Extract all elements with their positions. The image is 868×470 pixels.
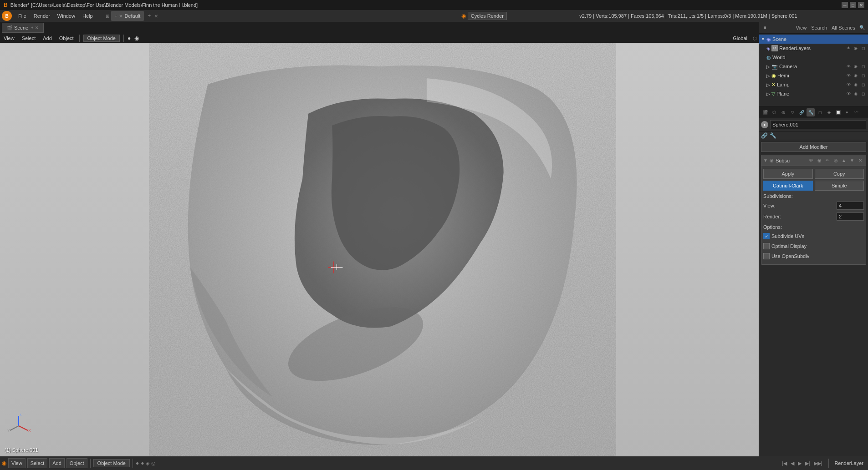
bottom-engine-icon[interactable]: ◉ [2, 460, 6, 466]
outliner-item-renderlayers[interactable]: ◈ R RenderLayers 👁 ◉ ◻ [765, 44, 868, 53]
outliner-view-btn[interactable]: ≡ [761, 24, 769, 32]
renderlayers-eye-icon[interactable]: 👁 [845, 45, 852, 51]
plane-expand-icon: ▷ [766, 91, 770, 96]
camera-eye-icon[interactable]: 👁 [845, 63, 852, 70]
outliner-item-camera[interactable]: ▷ 📷 Camera 👁 ◉ ◻ [765, 62, 868, 71]
subdivide-uvs-checkbox[interactable]: ✓ [763, 233, 770, 239]
object-icon: ● [761, 121, 768, 128]
bottom-mode-select[interactable]: Object Mode [93, 459, 130, 467]
prop-tab-constraints[interactable]: 🔗 [797, 108, 806, 116]
add-modifier-button[interactable]: Add Modifier [761, 142, 866, 152]
modifier-cage-icon[interactable]: ◎ [832, 157, 839, 164]
maximize-button[interactable]: □ [850, 2, 856, 8]
hemi-select-icon[interactable]: ◻ [860, 72, 866, 79]
modifier-copy-button[interactable]: Copy [815, 169, 864, 179]
lamp-eye-icon[interactable]: 👁 [845, 81, 852, 88]
bottom-timeline-prev-icon[interactable]: ◀ [791, 460, 794, 466]
plane-render-icon[interactable]: ◉ [853, 91, 859, 97]
scene-tab-add[interactable]: + [31, 25, 33, 30]
menu-file[interactable]: File [15, 11, 30, 21]
bottom-select-btn[interactable]: Select [27, 458, 48, 468]
modifier-simple-button[interactable]: Simple [815, 181, 864, 191]
default-tab[interactable]: + ✕ Default [111, 11, 144, 21]
prop-tab-render[interactable]: 🎬 [761, 108, 769, 116]
prop-tab-physics[interactable]: 〰 [852, 108, 860, 116]
object-name-input[interactable]: Sphere.001 [770, 120, 866, 129]
prop-tab-material[interactable]: ◈ [825, 108, 833, 116]
bottom-object-btn[interactable]: Object [66, 458, 87, 468]
viewport-menu-select[interactable]: Select [20, 35, 38, 41]
menu-help[interactable]: Help [79, 11, 97, 21]
scene-tab-close[interactable]: ✕ [35, 25, 39, 30]
camera-render-icon[interactable]: ◉ [853, 63, 859, 70]
modifier-close-icon[interactable]: ✕ [857, 157, 864, 164]
lamp-select-icon[interactable]: ◻ [860, 81, 866, 88]
menu-render[interactable]: Render [30, 11, 54, 21]
prop-tab-object[interactable]: ▽ [788, 108, 797, 116]
viewport-more-icon: ⬡ [753, 36, 757, 41]
menubar: B File Render Window Help ⊞ + ✕ Default … [0, 10, 868, 22]
outliner-search-btn[interactable]: 🔍 [858, 24, 866, 32]
viewport-3d[interactable]: Z X Y (1) Sphere.001 [0, 43, 759, 456]
viewport-menu-add[interactable]: Add [41, 35, 54, 41]
prop-tab-modifiers[interactable]: 🔧 [807, 108, 815, 116]
modifier-viewport-icon[interactable]: 👁 [807, 157, 815, 164]
modifier-expand-icon[interactable]: ▼ [763, 158, 768, 163]
object-mode-select[interactable]: Object Mode [83, 35, 120, 42]
modifier-edit-icon[interactable]: ✏ [824, 157, 831, 164]
outliner-search-label[interactable]: Search [809, 25, 829, 30]
outliner-view-label[interactable]: View [794, 25, 809, 30]
renderlayers-render-icon[interactable]: ◉ [853, 45, 859, 51]
bottom-timeline-next-icon[interactable]: ▶| [805, 460, 810, 466]
modifier-visible-icon[interactable]: ◉ [770, 158, 774, 163]
outliner-item-hemi[interactable]: ▷ ◉ Hemi 👁 ◉ ◻ [765, 71, 868, 80]
bottom-timeline-end-icon[interactable]: ▶▶| [814, 460, 822, 466]
prop-tab-scene[interactable]: ⬡ [770, 108, 778, 116]
bottom-timeline-start-icon[interactable]: |◀ [782, 460, 787, 466]
remove-layout-btn[interactable]: ✕ [154, 14, 158, 19]
bottom-overlay-icon[interactable]: ◎ [151, 460, 156, 466]
viewport-menu-view[interactable]: View [2, 35, 16, 41]
bottom-add-btn[interactable]: Add [49, 458, 65, 468]
opensubdiv-checkbox[interactable] [763, 253, 770, 259]
modifier-up-icon[interactable]: ▲ [840, 157, 848, 164]
outliner-item-scene[interactable]: ▼ ◉ Scene [759, 35, 868, 44]
modifier-render-value[interactable] [837, 212, 864, 221]
viewport-separator-1 [79, 35, 80, 42]
renderlayers-select-icon[interactable]: ◻ [860, 45, 866, 51]
modifier-catmull-clark-button[interactable]: Catmull-Clark [763, 181, 813, 191]
minimize-button[interactable]: ─ [842, 2, 848, 8]
prop-tab-particles[interactable]: ✦ [843, 108, 851, 116]
prop-tab-texture[interactable]: 🔲 [834, 108, 842, 116]
lamp-render-icon[interactable]: ◉ [853, 81, 859, 88]
camera-select-icon[interactable]: ◻ [860, 63, 866, 70]
modifier-view-value[interactable] [837, 202, 864, 210]
outliner-all-scenes-label[interactable]: All Scenes [830, 25, 857, 30]
scene-tab[interactable]: 🎬 Scene + ✕ [2, 23, 44, 33]
bottom-view-btn[interactable]: View [8, 458, 26, 468]
plane-eye-icon[interactable]: 👁 [845, 91, 852, 97]
modifier-down-icon[interactable]: ▼ [848, 157, 856, 164]
outliner-item-world[interactable]: ◍ World [765, 53, 868, 62]
bottom-renderlayer-label[interactable]: RenderLayer [832, 460, 866, 466]
prop-tab-world[interactable]: ◍ [779, 108, 787, 116]
bottom-shading-icon[interactable]: ◈ [146, 460, 149, 466]
modifier-apply-button[interactable]: Apply [763, 169, 813, 179]
modifier-render-icon[interactable]: ◉ [816, 157, 823, 164]
menu-window[interactable]: Window [54, 11, 79, 21]
close-button[interactable]: ✕ [858, 2, 864, 8]
outliner-item-lamp[interactable]: ▷ ✕ Lamp 👁 ◉ ◻ [765, 80, 868, 89]
prop-constraint-icon[interactable]: 🔗 [761, 132, 768, 139]
render-engine-select[interactable]: Cycles Render [468, 12, 507, 20]
outliner-item-plane[interactable]: ▷ ▽ Plane 👁 ◉ ◻ [765, 89, 868, 98]
hemi-eye-icon[interactable]: 👁 [845, 72, 852, 79]
optimal-display-checkbox[interactable] [763, 243, 770, 249]
prop-tab-data[interactable]: ◻ [816, 108, 824, 116]
add-layout-btn[interactable]: + [148, 13, 151, 19]
hemi-render-icon[interactable]: ◉ [853, 72, 859, 79]
prop-modifier-icon[interactable]: 🔧 [770, 132, 776, 139]
viewport-global-select[interactable]: Global [731, 35, 749, 41]
plane-select-icon[interactable]: ◻ [860, 91, 866, 97]
bottom-timeline-play-icon[interactable]: ▶ [798, 460, 802, 466]
viewport-menu-object[interactable]: Object [57, 35, 76, 41]
